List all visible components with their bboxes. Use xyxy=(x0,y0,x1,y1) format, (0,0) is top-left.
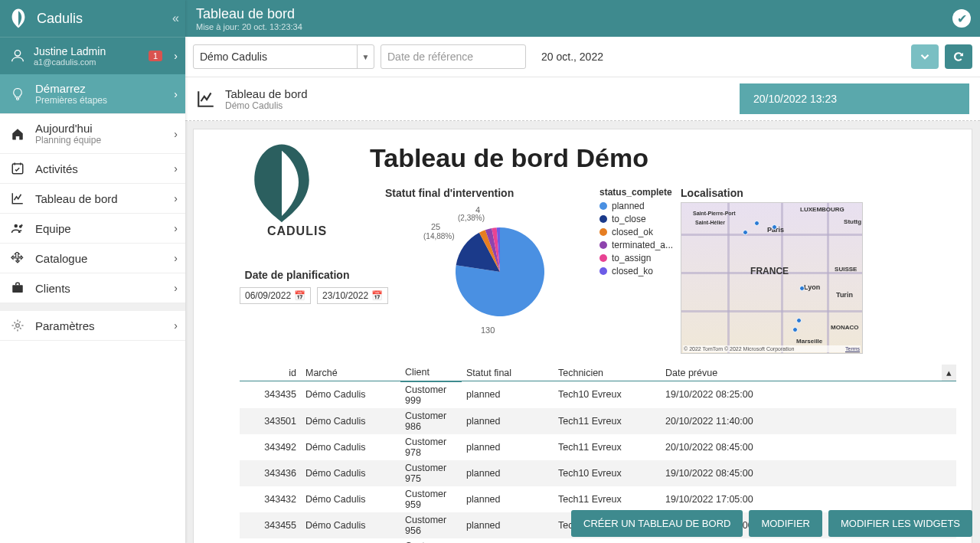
col-date[interactable]: Date prévue xyxy=(661,365,942,381)
notification-badge: 1 xyxy=(149,51,162,61)
col-client[interactable]: Client xyxy=(400,365,462,381)
pie-widget: Statut final d'intervention 130(77,38%)2… xyxy=(385,187,599,354)
chevron-right-icon: › xyxy=(174,192,178,204)
collapse-sidebar-icon[interactable]: « xyxy=(172,11,179,25)
svg-text:(14,88%): (14,88%) xyxy=(423,232,455,240)
col-id[interactable]: id xyxy=(240,365,301,381)
map-terms-link[interactable]: Terms xyxy=(845,346,860,352)
chevron-right-icon: › xyxy=(174,162,178,175)
expand-button[interactable] xyxy=(911,44,939,69)
app-logo-icon xyxy=(8,8,29,29)
legend-item: closed_ok xyxy=(599,227,673,237)
table-row[interactable]: 343435Démo CadulisCustomer 999plannedTec… xyxy=(240,381,956,408)
nav-dashboard[interactable]: Tableau de bord › xyxy=(0,184,185,214)
nav-label: Clients xyxy=(35,282,70,295)
col-statut[interactable]: Statut final xyxy=(462,365,554,381)
table-row[interactable]: 343492Démo CadulisCustomer 978plannedTec… xyxy=(240,434,956,460)
chevron-right-icon: › xyxy=(174,88,178,100)
scroll-indicator[interactable]: ▴ xyxy=(942,365,956,381)
logo-text: CADULIS xyxy=(240,224,354,238)
legend-item: planned xyxy=(599,201,673,211)
map-label-monaco: MONACO xyxy=(831,324,858,331)
pie-legend: status_complete plannedto_closeclosed_ok… xyxy=(599,187,673,354)
nav-sublabel: Premières étapes xyxy=(35,95,107,106)
map-label-lux: LUXEMBOURG xyxy=(800,206,844,213)
nav-catalog[interactable]: Catalogue › xyxy=(0,244,185,273)
nav-label: Tableau de bord xyxy=(35,192,118,205)
legend-item: closed_ko xyxy=(599,266,673,276)
chart-line-icon xyxy=(196,89,217,109)
sidebar: Cadulis « Justine Ladmin a1@cadulis.com … xyxy=(0,0,185,543)
table-row[interactable]: 343412Démo CadulisCustomer 948plannedTec… xyxy=(240,538,956,544)
chevron-right-icon: › xyxy=(174,128,178,140)
create-dashboard-button[interactable]: CRÉER UN TABLEAU DE BORD xyxy=(571,510,743,537)
sidebar-header: Cadulis « xyxy=(0,0,185,37)
nav-sublabel: Planning équipe xyxy=(35,135,101,146)
subheader-sub: Démo Cadulis xyxy=(225,100,308,111)
table-row[interactable]: 343432Démo CadulisCustomer 959plannedTec… xyxy=(240,486,956,512)
nav-activities[interactable]: Activités › xyxy=(0,154,185,184)
user-menu[interactable]: Justine Ladmin a1@cadulis.com 1 › xyxy=(0,37,185,74)
svg-point-2 xyxy=(15,224,18,228)
placeholder: Date de référence xyxy=(387,51,473,63)
nav-today[interactable]: Aujourd'hui Planning équipe › xyxy=(0,114,185,154)
reference-date-input[interactable]: Date de référence xyxy=(381,44,526,69)
date-filter-title: Date de planification xyxy=(240,269,354,281)
col-marche[interactable]: Marché xyxy=(301,365,400,381)
gear-icon xyxy=(9,319,26,332)
nav-label: Equipe xyxy=(35,222,71,235)
map-label-sth: Saint-Hélier xyxy=(695,220,725,225)
dashboard-panel: CADULIS Date de planification 06/09/2022… xyxy=(193,129,972,543)
timestamp-box: 20/10/2022 13:23 xyxy=(740,83,969,114)
footer-actions: CRÉER UN TABLEAU DE BORD MODIFIER MODIFI… xyxy=(571,510,972,537)
map-title: Localisation xyxy=(681,187,863,199)
edit-widgets-button[interactable]: MODIFIER LES WIDGETS xyxy=(828,510,972,537)
edit-button[interactable]: MODIFIER xyxy=(749,510,822,537)
nav-start[interactable]: Démarrez Premières étapes › xyxy=(0,74,185,114)
nav-team[interactable]: Equipe › xyxy=(0,214,185,244)
col-tech[interactable]: Technicien xyxy=(554,365,661,381)
calendar-check-icon xyxy=(9,162,26,175)
map-label-stp: Saint-Pierre-Port xyxy=(693,211,736,216)
nav-label: Démarrez xyxy=(35,82,107,95)
home-icon xyxy=(9,127,26,141)
nav-clients[interactable]: Clients › xyxy=(0,273,185,303)
chevron-right-icon: › xyxy=(174,50,178,62)
map-label-stuttg: Stuttg xyxy=(844,218,861,225)
select-value: Démo Cadulis xyxy=(200,51,267,63)
svg-rect-4 xyxy=(12,285,23,293)
user-name: Justine Ladmin xyxy=(34,45,106,57)
table-row[interactable]: 343501Démo CadulisCustomer 986plannedTec… xyxy=(240,408,956,434)
dropdown-icon: ▼ xyxy=(357,45,374,68)
svg-rect-1 xyxy=(12,164,23,174)
dashboard-title: Tableau de bord Démo xyxy=(370,143,956,173)
dashboard-select[interactable]: Démo Cadulis ▼ xyxy=(193,44,374,69)
refresh-icon xyxy=(952,50,965,64)
table-header-row: id Marché Client Statut final Technicien… xyxy=(240,365,956,381)
svg-text:(2,38%): (2,38%) xyxy=(458,214,485,222)
content-scroll[interactable]: CADULIS Date de planification 06/09/2022… xyxy=(185,121,980,543)
refresh-button[interactable] xyxy=(945,44,972,69)
main: Tableau de bord Mise à jour: 20 oct. 13:… xyxy=(185,0,980,543)
check-circle-icon[interactable]: ✔ xyxy=(952,9,971,28)
legend-item: to_close xyxy=(599,214,673,224)
map[interactable]: FRANCE Paris LUXEMBOURG SUISSE Turin MON… xyxy=(681,202,863,354)
map-label-suisse: SUISSE xyxy=(835,266,857,273)
nav-label: Catalogue xyxy=(35,252,87,265)
chevron-right-icon: › xyxy=(174,252,178,264)
table-row[interactable]: 343436Démo CadulisCustomer 975plannedTec… xyxy=(240,460,956,486)
page-subtitle: Mise à jour: 20 oct. 13:23:34 xyxy=(196,22,969,31)
nav-settings[interactable]: Paramètres › xyxy=(0,311,185,341)
map-widget: Localisation FRANCE Paris LUXEMBOUR xyxy=(681,187,863,354)
brand-name: Cadulis xyxy=(37,11,83,27)
legend-item: to_assign xyxy=(599,253,673,263)
titlebar: Tableau de bord Mise à jour: 20 oct. 13:… xyxy=(185,0,980,37)
filter-bar: Démo Cadulis ▼ Date de référence 20 oct.… xyxy=(185,37,980,77)
nav-label: Aujourd'hui xyxy=(35,122,101,135)
legend-item: terminated_a... xyxy=(599,240,673,250)
chevron-down-icon xyxy=(918,50,932,64)
date-from-input[interactable]: 06/09/2022 📅 xyxy=(240,287,311,304)
svg-point-5 xyxy=(16,324,20,328)
legend-title: status_complete xyxy=(599,187,673,198)
date-filter: Date de planification 06/09/2022 📅 23/10… xyxy=(240,269,354,304)
